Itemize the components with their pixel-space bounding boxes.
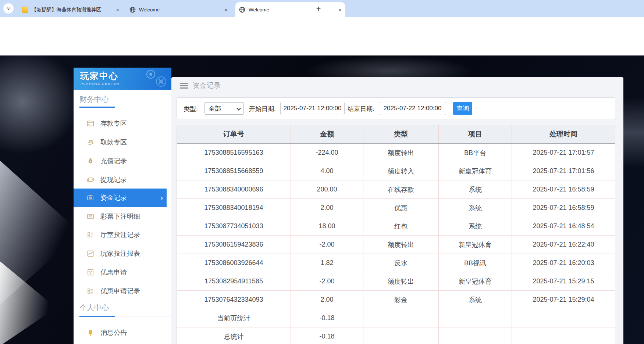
table-cell: 额度转出 xyxy=(363,144,439,162)
filter-bar: 类型: 全部 开始日期: 结束日期: 查询 xyxy=(177,97,615,119)
query-button[interactable]: 查询 xyxy=(453,102,472,115)
table-cell: 1753087734051033 xyxy=(177,217,291,235)
hamburger-menu-icon[interactable] xyxy=(180,82,188,89)
table-cell: 总统计 xyxy=(177,327,291,344)
player-center-sidebar: 玩家中心 PLAYERS CENTER 财务中心 存款专区 取款专区 ¥ 充值记… xyxy=(74,68,171,344)
sidebar-banner: 玩家中心 PLAYERS CENTER xyxy=(74,68,171,90)
chevron-down-icon xyxy=(236,106,241,110)
sidebar-item-label: 消息公告 xyxy=(100,328,127,337)
table-cell: -2.00 xyxy=(291,236,363,254)
column-header: 项目 xyxy=(439,125,512,143)
table-cell: 新皇冠体育 xyxy=(439,272,512,290)
table-row: 1753082954911585-2.00额度转出新皇冠体育2025-07-21… xyxy=(177,272,615,291)
table-row: 当前页统计-0.18 xyxy=(177,309,615,327)
start-date-input[interactable] xyxy=(280,102,345,115)
type-select-value: 全部 xyxy=(209,104,221,113)
table-cell xyxy=(439,327,512,344)
sidebar-item-label: 玩家投注报表 xyxy=(100,249,140,258)
sidebar-item-funds-records[interactable]: ¥ 资金记录 › xyxy=(74,189,167,207)
table-cell: 2.00 xyxy=(291,291,363,309)
table-cell: 2025-07-21 15:29:15 xyxy=(512,272,615,290)
table-row: 17530883400181942.00优惠系统2025-07-21 16:58… xyxy=(177,199,615,217)
sidebar-item-deposit-zone[interactable]: 存款专区 xyxy=(74,114,171,133)
end-date-input[interactable] xyxy=(379,102,446,115)
deposit-card-icon xyxy=(87,120,94,127)
sidebar-item-withdraw-zone[interactable]: 取款专区 xyxy=(74,133,171,151)
table-cell: 当前页统计 xyxy=(177,309,291,327)
section-title-personal: 个人中心 xyxy=(79,303,109,313)
sidebar-item-hall-bet-records[interactable]: 厅室投注记录 xyxy=(74,226,171,244)
table-cell: 额度转出 xyxy=(363,272,439,290)
report-chart-icon xyxy=(87,250,94,257)
checklist-icon xyxy=(87,231,94,239)
table-cell: 额度转入 xyxy=(363,162,439,180)
table-cell: 1753082954911585 xyxy=(177,272,291,290)
table-cell: BB平台 xyxy=(439,144,512,162)
sidebar-item-label: 彩票下注明细 xyxy=(100,212,140,221)
table-cell: 系统 xyxy=(439,180,512,198)
column-header: 金额 xyxy=(291,125,363,143)
sidebar-item-label: 提现记录 xyxy=(100,175,127,184)
sidebar-item-label: 优惠申请 xyxy=(100,268,127,277)
tab-title: 【新提醒】海燕体育预测推荐区 xyxy=(32,7,113,13)
end-date-label: 结束日期: xyxy=(348,105,374,113)
sidebar-item-withdrawal-records[interactable]: 提现记录 xyxy=(74,171,171,189)
svg-text:¥: ¥ xyxy=(90,197,91,199)
table-cell xyxy=(363,309,439,327)
table-cell: -0.18 xyxy=(291,327,363,344)
table-cell: 1.82 xyxy=(291,254,363,272)
type-select[interactable]: 全部 xyxy=(204,102,244,115)
table-row: 总统计-0.18 xyxy=(177,327,615,344)
sidebar-banner-subtitle: PLAYERS CENTER xyxy=(81,82,120,86)
sidebar-item-promo-apply-records[interactable]: 优惠申请记录 xyxy=(74,282,171,300)
sidebar-item-recharge-records[interactable]: ¥ 充值记录 xyxy=(74,152,171,170)
sidebar-item-label: 充值记录 xyxy=(100,157,127,165)
table-cell xyxy=(363,327,439,344)
page-title: 资金记录 xyxy=(193,81,221,90)
sidebar-item-player-bet-report[interactable]: 玩家投注报表 xyxy=(74,244,171,263)
table-cell xyxy=(439,309,512,327)
type-label: 类型: xyxy=(184,105,198,113)
table-cell: 新皇冠体育 xyxy=(439,236,512,254)
chevron-down-icon: ∨ xyxy=(7,6,10,11)
start-date-label: 开始日期: xyxy=(249,105,276,113)
table-cell: 系统 xyxy=(439,291,512,309)
table-cell: 2025-07-21 16:20:03 xyxy=(512,254,615,272)
table-cell: 1753088340018194 xyxy=(177,199,291,217)
browser-tab-bar: ∨ 【新提醒】海燕体育预测推荐区 × Welcome × Welcome × + xyxy=(0,0,644,17)
close-icon[interactable]: × xyxy=(338,7,341,13)
bookmarks-bar: 百度一下 xyxy=(0,37,644,55)
table-cell: 1753086003926644 xyxy=(177,254,291,272)
table-row: 1753088340000696200.00在线存款系统2025-07-21 1… xyxy=(177,180,615,199)
bg-streak xyxy=(0,55,85,158)
table-cell: 2025-07-21 16:48:54 xyxy=(512,217,615,235)
gamepad-icon xyxy=(143,69,168,88)
table-cell: 1753088516595163 xyxy=(177,144,291,162)
column-header: 订单号 xyxy=(177,125,291,143)
main-content-panel: 资金记录 类型: 全部 开始日期: 结束日期: 查询 订单号 金额 类型 项目 … xyxy=(171,77,623,344)
tab-notification[interactable]: 【新提醒】海燕体育预测推荐区 × xyxy=(18,2,123,17)
table-row: 17530885156685594.00额度转入新皇冠体育2025-07-21 … xyxy=(177,162,615,180)
new-tab-button[interactable]: + xyxy=(313,4,324,14)
table-body: 1753088516595163-224.00额度转出BB平台2025-07-2… xyxy=(177,144,615,344)
close-icon[interactable]: × xyxy=(116,7,119,13)
checklist-icon xyxy=(87,287,94,295)
sidebar-item-promo-apply[interactable]: ¥ 优惠申请 xyxy=(74,263,171,282)
table-cell: 新皇冠体育 xyxy=(439,162,512,180)
table-cell: 1753088515668559 xyxy=(177,162,291,180)
section-title-finance: 财务中心 xyxy=(79,94,109,104)
yellow-folder-icon xyxy=(22,7,28,13)
tab-welcome-2-active[interactable]: Welcome × xyxy=(235,2,345,17)
funds-records-table: 订单号 金额 类型 项目 处理时间 1753088516595163-224.0… xyxy=(177,125,615,344)
globe-icon xyxy=(239,7,245,13)
tab-search-button[interactable]: ∨ xyxy=(3,3,14,14)
tab-welcome-1[interactable]: Welcome × xyxy=(126,2,231,17)
sidebar-item-announcements[interactable]: 消息公告 xyxy=(74,323,171,342)
sidebar-item-lottery-bet-details[interactable]: 彩票下注明细 xyxy=(74,207,171,226)
sidebar-item-label: 优惠申请记录 xyxy=(100,287,140,295)
table-cell: BB视讯 xyxy=(439,254,512,272)
close-icon[interactable]: × xyxy=(224,7,227,13)
breadcrumb: 资金记录 xyxy=(180,81,221,90)
table-cell: 彩金 xyxy=(363,291,439,309)
globe-icon xyxy=(129,7,136,13)
